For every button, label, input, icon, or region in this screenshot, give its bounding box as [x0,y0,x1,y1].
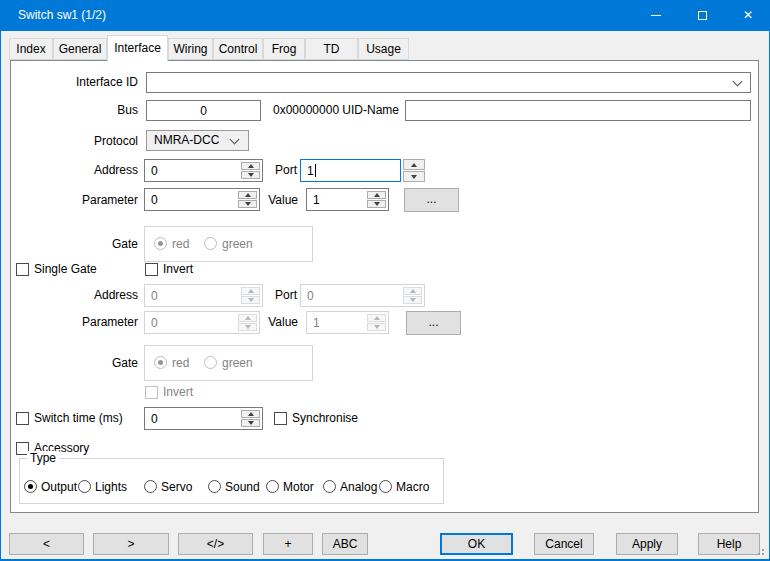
title-bar[interactable]: Switch sw1 (1/2) ✕ [1,0,769,31]
type-motor-label: Motor [283,480,314,495]
port1-field[interactable]: 1 [300,159,401,182]
single-gate-checkbox[interactable] [16,263,29,276]
type-output-label: Output [41,480,77,495]
interface-id-label: Interface ID [21,75,138,90]
minimize-button[interactable] [633,0,679,31]
spin-up-icon [245,316,251,320]
spin-down-button[interactable] [241,419,260,427]
gate2-red-radio [154,356,167,369]
spin-down-icon [374,325,380,329]
spin-up-icon [245,193,251,197]
type-analog-radio[interactable] [323,480,336,493]
spin-up-button[interactable] [241,410,260,418]
tab-index[interactable]: Index [9,38,53,60]
address1-label: Address [21,163,138,178]
parameter2-spinner: 0 [144,311,260,334]
type-motor-radio[interactable] [266,480,279,493]
uid-name-label: UID-Name [301,103,399,118]
spin-down-icon [245,202,251,206]
type-macro-radio[interactable] [379,480,392,493]
invert1-checkbox[interactable] [145,263,158,276]
code-button[interactable]: </> [178,533,253,555]
protocol-value: NMRA-DCC [154,133,219,147]
close-button[interactable]: ✕ [725,0,770,31]
parameter1-label: Parameter [21,193,138,208]
value2-value: 1 [313,316,320,330]
ok-button[interactable]: OK [440,533,513,555]
dialog-window: Switch sw1 (1/2) ✕ Index General Interfa… [0,0,770,561]
gate2-red-label: red [172,356,189,371]
window-title: Switch sw1 (1/2) [18,0,106,31]
close-icon: ✕ [743,8,753,22]
switch-time-label: Switch time (ms) [34,411,123,426]
tab-general[interactable]: General [53,38,107,60]
single-gate-label: Single Gate [34,262,97,277]
maximize-icon [698,11,707,20]
gate2-green-label: green [222,356,253,371]
tab-interface[interactable]: Interface [107,35,168,61]
bus-label: Bus [21,103,138,118]
address2-label: Address [21,288,138,303]
spin-up-icon [374,316,380,320]
apply-button[interactable]: Apply [616,533,678,555]
bus-field[interactable]: 0 [146,100,261,121]
maximize-button[interactable] [679,0,725,31]
minimize-icon [651,15,661,16]
type-sound-radio[interactable] [208,480,221,493]
more2-button[interactable]: ... [406,311,461,335]
port2-value: 0 [307,289,314,303]
address2-spinner: 0 [144,284,263,307]
resize-grip-icon[interactable] [762,553,764,555]
tab-usage[interactable]: Usage [358,38,409,60]
port2-spinner: 0 [300,284,425,307]
spin-up-icon [410,289,416,293]
port1-spin-buttons [403,159,425,182]
spin-down-icon [411,175,417,179]
spin-up-button[interactable] [367,191,386,199]
tab-td[interactable]: TD [305,38,358,60]
interface-id-combobox[interactable] [146,72,751,93]
type-analog-label: Analog [340,480,377,495]
type-output-radio[interactable] [24,480,37,493]
address1-value: 0 [151,164,158,178]
gate1-green-radio [204,237,217,250]
add-button[interactable]: + [263,533,313,555]
gate1-label: Gate [21,237,138,252]
spin-down-button[interactable] [403,171,425,182]
spin-up-button[interactable] [403,159,425,170]
switch-time-spinner[interactable]: 0 [144,407,263,430]
spin-down-icon [245,325,251,329]
spin-down-button [403,296,422,304]
spin-up-button [367,314,386,322]
gate2-label: Gate [21,356,138,371]
parameter2-value: 0 [151,316,158,330]
back-button[interactable]: < [9,533,84,555]
type-macro-label: Macro [396,480,429,495]
tab-wiring[interactable]: Wiring [168,38,213,60]
forward-button[interactable]: > [93,533,169,555]
help-button[interactable]: Help [698,533,760,555]
parameter1-spinner[interactable]: 0 [144,188,260,211]
gate1-red-label: red [172,237,189,252]
spin-up-button [403,287,422,295]
spin-up-icon [411,163,417,167]
type-lights-radio[interactable] [78,480,91,493]
type-servo-radio[interactable] [144,480,157,493]
cancel-button[interactable]: Cancel [534,533,594,555]
address1-spinner[interactable]: 0 [144,159,263,182]
spin-down-icon [248,421,254,425]
switch-time-checkbox[interactable] [16,412,29,425]
tab-control[interactable]: Control [213,38,263,60]
more1-button[interactable]: ... [404,188,459,212]
tab-frog[interactable]: Frog [263,38,305,60]
spin-down-button[interactable] [367,200,386,208]
synchronise-checkbox[interactable] [274,412,287,425]
abc-button[interactable]: ABC [322,533,368,555]
gate1-green-label: green [222,237,253,252]
value1-spinner[interactable]: 1 [306,188,389,211]
port1-value: 1 [307,164,314,178]
value2-spinner: 1 [306,311,389,334]
switch-time-value: 0 [151,412,158,426]
uid-name-field[interactable] [405,100,751,121]
bus-value: 0 [200,104,207,118]
